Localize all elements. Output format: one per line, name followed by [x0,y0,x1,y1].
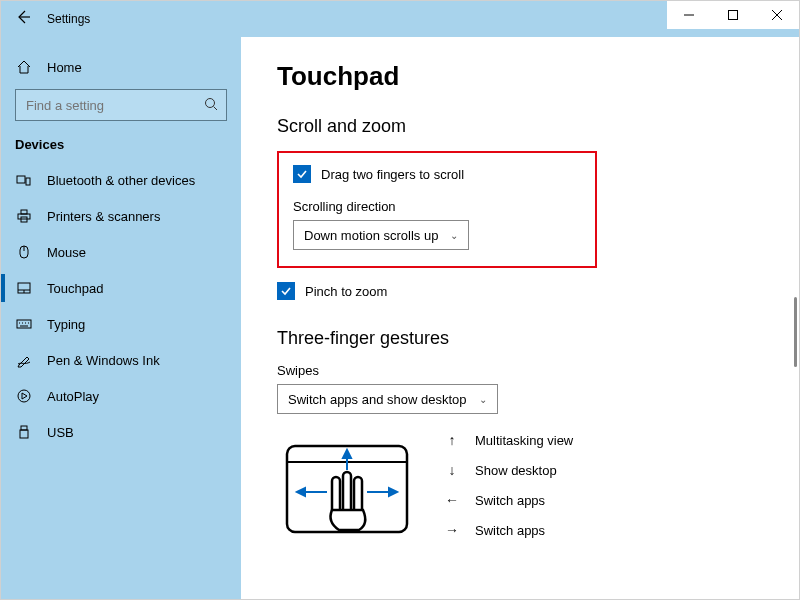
dropdown-value: Down motion scrolls up [304,228,438,243]
scrollbar-thumb[interactable] [794,297,797,367]
search-icon [204,97,218,114]
sidebar-item-bluetooth[interactable]: Bluetooth & other devices [1,162,241,198]
sidebar-item-touchpad[interactable]: Touchpad [1,270,241,306]
minimize-button[interactable] [667,1,711,29]
gesture-label: Show desktop [475,463,557,478]
sidebar-item-label: AutoPlay [47,389,99,404]
sidebar-item-label: Touchpad [47,281,103,296]
svg-line-5 [214,106,218,110]
sidebar-item-label: Mouse [47,245,86,260]
window-title: Settings [39,12,90,26]
svg-point-4 [206,98,215,107]
gesture-up: ↑ Multitasking view [445,432,573,448]
arrow-down-icon: ↓ [445,462,459,478]
touchpad-icon [15,279,33,297]
svg-rect-6 [17,176,25,183]
chevron-down-icon: ⌄ [450,230,458,241]
gesture-label: Multitasking view [475,433,573,448]
section-heading-three-finger: Three-finger gestures [277,328,771,349]
maximize-button[interactable] [711,1,755,29]
devices-icon [15,171,33,189]
printer-icon [15,207,33,225]
close-button[interactable] [755,1,799,29]
svg-rect-16 [17,320,31,328]
sidebar-item-usb[interactable]: USB [1,414,241,450]
sidebar-item-label: Pen & Windows Ink [47,353,160,368]
svg-rect-24 [20,430,28,438]
swipes-dropdown[interactable]: Switch apps and show desktop ⌄ [277,384,498,414]
sidebar-item-typing[interactable]: Typing [1,306,241,342]
gesture-down: ↓ Show desktop [445,462,573,478]
sidebar-item-label: Printers & scanners [47,209,160,224]
gesture-illustration [277,432,417,542]
sidebar-home-label: Home [47,60,82,75]
svg-rect-1 [729,11,738,20]
autoplay-icon [15,387,33,405]
back-button[interactable] [15,9,39,29]
svg-marker-31 [343,450,351,458]
arrow-left-icon: ← [445,492,459,508]
highlight-box: Drag two fingers to scroll Scrolling dir… [277,151,597,268]
sidebar-item-printers[interactable]: Printers & scanners [1,198,241,234]
gesture-left: ← Switch apps [445,492,573,508]
svg-rect-28 [343,472,351,515]
svg-point-22 [18,390,30,402]
scroll-direction-label: Scrolling direction [293,199,581,214]
section-heading-scroll-zoom: Scroll and zoom [277,116,771,137]
search-input[interactable] [15,89,227,121]
checkbox-pinch-zoom[interactable] [277,282,295,300]
chevron-down-icon: ⌄ [479,394,487,405]
sidebar-item-autoplay[interactable]: AutoPlay [1,378,241,414]
svg-marker-35 [389,488,397,496]
dropdown-value: Switch apps and show desktop [288,392,467,407]
checkbox-label: Pinch to zoom [305,284,387,299]
sidebar-item-label: Bluetooth & other devices [47,173,195,188]
keyboard-icon [15,315,33,333]
arrow-up-icon: ↑ [445,432,459,448]
sidebar-item-pen[interactable]: Pen & Windows Ink [1,342,241,378]
sidebar-home[interactable]: Home [1,49,241,85]
svg-rect-23 [21,426,27,430]
gesture-label: Switch apps [475,523,545,538]
svg-rect-9 [21,210,27,214]
mouse-icon [15,243,33,261]
home-icon [15,58,33,76]
gesture-label: Switch apps [475,493,545,508]
svg-marker-33 [297,488,305,496]
page-title: Touchpad [277,61,771,92]
scroll-direction-dropdown[interactable]: Down motion scrolls up ⌄ [293,220,469,250]
checkbox-drag-two-fingers[interactable] [293,165,311,183]
sidebar-item-label: USB [47,425,74,440]
arrow-right-icon: → [445,522,459,538]
sidebar-item-mouse[interactable]: Mouse [1,234,241,270]
gesture-right: → Switch apps [445,522,573,538]
checkbox-label: Drag two fingers to scroll [321,167,464,182]
svg-rect-7 [26,178,30,185]
swipes-label: Swipes [277,363,771,378]
search-field[interactable] [24,97,184,114]
usb-icon [15,423,33,441]
sidebar-item-label: Typing [47,317,85,332]
pen-icon [15,351,33,369]
sidebar-category: Devices [1,131,241,162]
